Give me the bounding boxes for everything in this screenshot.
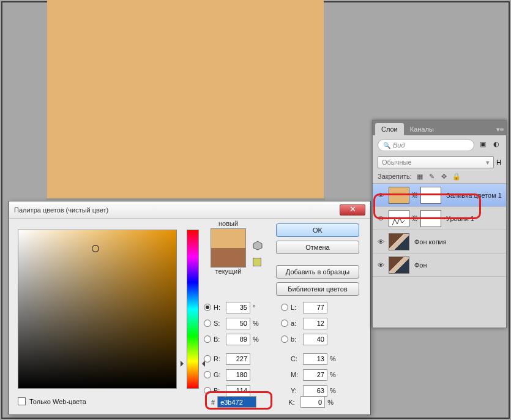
- hue-slider[interactable]: [187, 230, 199, 389]
- radio-h[interactable]: [204, 304, 211, 311]
- chevron-down-icon: ▾: [486, 159, 490, 167]
- layer-name[interactable]: Фон копия: [414, 238, 447, 246]
- lock-label: Закрепить:: [378, 173, 412, 180]
- new-color-swatch[interactable]: [211, 229, 245, 248]
- add-swatches-button[interactable]: Добавить в образцы: [276, 265, 359, 279]
- panel-menu-icon[interactable]: ▾≡: [494, 123, 506, 135]
- mask-thumbnail[interactable]: [420, 187, 441, 204]
- filter-row: Вид ▣ ◐: [373, 135, 506, 155]
- input-m[interactable]: [303, 369, 327, 381]
- visibility-icon[interactable]: 👁: [375, 261, 386, 269]
- input-s[interactable]: [226, 318, 250, 329]
- dialog-title: Палитра цветов (чистый цвет): [14, 206, 108, 214]
- filter-adj-icon[interactable]: ◐: [491, 140, 501, 150]
- radio-b2[interactable]: [281, 336, 288, 343]
- label-g: G:: [214, 371, 223, 378]
- current-label: текущий: [204, 268, 253, 275]
- new-label: новый: [204, 220, 253, 227]
- color-libraries-button[interactable]: Библиотеки цветов: [276, 282, 359, 296]
- webonly-row: Только Web-цвета: [18, 397, 86, 405]
- layer-name[interactable]: Фон: [414, 261, 427, 269]
- lock-pixels-icon[interactable]: ✎: [428, 172, 436, 181]
- visibility-icon[interactable]: 👁: [375, 192, 386, 199]
- new-current-swatch-group: новый текущий: [204, 220, 253, 276]
- layer-row[interactable]: 👁 ⛓ Заливка цветом 1: [373, 184, 506, 207]
- lock-transparency-icon[interactable]: ▦: [416, 172, 424, 181]
- visibility-icon[interactable]: 👁: [375, 215, 386, 222]
- layers-panel: Слои Каналы ▾≡ Вид ▣ ◐ Обычные▾ Н Закреп…: [372, 120, 507, 328]
- radio-l[interactable]: [281, 304, 288, 311]
- input-bv[interactable]: [226, 334, 250, 345]
- unit-pct2: %: [253, 336, 263, 343]
- layer-filter-input[interactable]: Вид: [378, 139, 474, 151]
- dialog-titlebar[interactable]: Палитра цветов (чистый цвет) ✕: [9, 201, 370, 219]
- input-l[interactable]: [303, 302, 327, 313]
- radio-r[interactable]: [204, 355, 211, 362]
- radio-a[interactable]: [281, 320, 288, 327]
- lock-position-icon[interactable]: ✥: [440, 172, 449, 181]
- canvas-scrollfold: [47, 198, 325, 200]
- input-h[interactable]: [226, 302, 250, 313]
- link-icon: ⛓: [412, 192, 418, 198]
- webonly-label: Только Web-цвета: [29, 398, 86, 405]
- current-color-swatch[interactable]: [211, 248, 245, 267]
- layer-thumbnail[interactable]: [389, 233, 409, 250]
- swatch-box: [211, 228, 246, 268]
- input-k[interactable]: [300, 396, 325, 408]
- gamut-warning-icon[interactable]: [253, 241, 263, 250]
- color-field-cursor[interactable]: [92, 245, 99, 252]
- panel-tabs: Слои Каналы ▾≡: [373, 121, 506, 135]
- label-k: K:: [288, 399, 298, 406]
- websafe-swatch[interactable]: [253, 258, 261, 266]
- hex-hash: #: [211, 399, 215, 406]
- label-bb: B:: [214, 387, 223, 394]
- label-y: Y:: [291, 387, 300, 394]
- label-r: R:: [214, 355, 223, 362]
- webonly-checkbox[interactable]: [18, 397, 26, 405]
- layer-name[interactable]: Уровни 1: [446, 215, 474, 222]
- label-c: C:: [291, 355, 300, 362]
- layer-row[interactable]: 👁 Фон копия: [373, 230, 506, 253]
- color-picker-dialog: Палитра цветов (чистый цвет) ✕ новый тек…: [9, 201, 371, 415]
- input-r[interactable]: [226, 353, 250, 365]
- color-field[interactable]: [18, 230, 177, 389]
- blend-row: Обычные▾ Н: [373, 155, 506, 170]
- layer-name[interactable]: Заливка цветом 1: [446, 192, 502, 199]
- label-h: H:: [214, 304, 223, 311]
- layer-thumbnail[interactable]: [389, 257, 409, 274]
- mask-thumbnail[interactable]: [420, 210, 441, 227]
- input-y[interactable]: [303, 385, 327, 397]
- close-button[interactable]: ✕: [340, 204, 365, 216]
- radio-s[interactable]: [204, 320, 211, 327]
- button-column: OK Отмена Добавить в образцы Библиотеки …: [276, 223, 359, 296]
- filter-pict-icon[interactable]: ▣: [478, 140, 488, 150]
- hex-input[interactable]: [217, 396, 256, 408]
- input-c[interactable]: [303, 353, 327, 365]
- radio-g[interactable]: [204, 371, 211, 378]
- canvas-area[interactable]: [47, 0, 324, 200]
- tab-layers[interactable]: Слои: [375, 123, 404, 135]
- svg-marker-0: [253, 241, 262, 250]
- input-g[interactable]: [226, 369, 250, 381]
- radio-b[interactable]: [204, 387, 211, 394]
- label-l: L:: [291, 304, 300, 311]
- input-b[interactable]: [226, 385, 250, 397]
- blend-mode-select[interactable]: Обычные▾: [378, 156, 494, 168]
- radio-bv[interactable]: [204, 336, 211, 343]
- color-inputs: H: ° L: S: % a: B: % b: R: C:% G:: [204, 299, 340, 399]
- layers-list: 👁 ⛓ Заливка цветом 1 👁 ⛓ Уровни 1 👁 Фон …: [373, 183, 506, 277]
- layer-row[interactable]: 👁 ⛓ Уровни 1: [373, 207, 506, 230]
- lock-row: Закрепить: ▦ ✎ ✥ 🔒: [373, 170, 506, 183]
- layer-thumbnail[interactable]: [389, 210, 409, 227]
- opacity-label: Н: [496, 159, 501, 166]
- layer-row[interactable]: 👁 Фон: [373, 253, 506, 277]
- cancel-button[interactable]: Отмена: [276, 241, 359, 254]
- input-b2[interactable]: [303, 334, 327, 345]
- ok-button[interactable]: OK: [276, 223, 359, 237]
- input-a[interactable]: [303, 318, 327, 329]
- tab-channels[interactable]: Каналы: [404, 123, 440, 135]
- visibility-icon[interactable]: 👁: [375, 238, 386, 246]
- label-m: M:: [291, 371, 300, 378]
- lock-all-icon[interactable]: 🔒: [452, 172, 461, 181]
- layer-thumbnail[interactable]: [389, 187, 409, 204]
